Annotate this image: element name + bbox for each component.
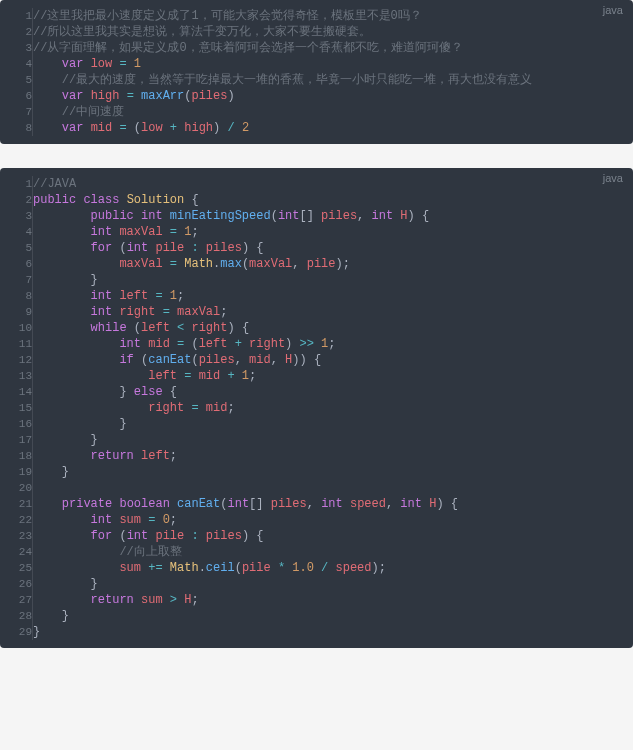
code-line: 9 int right = maxVal;	[0, 304, 633, 320]
line-number: 23	[0, 528, 33, 544]
code-content: int mid = (left + right) >> 1;	[33, 336, 634, 352]
code-content	[33, 480, 634, 496]
code-line: 6 maxVal = Math.max(maxVal, pile);	[0, 256, 633, 272]
line-number: 25	[0, 560, 33, 576]
code-line: 5 //最大的速度，当然等于吃掉最大一堆的香蕉，毕竟一小时只能吃一堆，再大也没有…	[0, 72, 633, 88]
code-content: }	[33, 272, 634, 288]
code-line: 26 }	[0, 576, 633, 592]
code-content: private boolean canEat(int[] piles, int …	[33, 496, 634, 512]
line-number: 6	[0, 256, 33, 272]
line-number: 15	[0, 400, 33, 416]
code-body-1: 1//这里我把最小速度定义成了1，可能大家会觉得奇怪，模板里不是0吗？2//所以…	[0, 8, 633, 136]
code-line: 20	[0, 480, 633, 496]
line-number: 5	[0, 72, 33, 88]
line-number: 6	[0, 88, 33, 104]
line-number: 4	[0, 224, 33, 240]
line-number: 26	[0, 576, 33, 592]
code-line: 5 for (int pile : piles) {	[0, 240, 633, 256]
code-content: maxVal = Math.max(maxVal, pile);	[33, 256, 634, 272]
code-content: int right = maxVal;	[33, 304, 634, 320]
line-number: 3	[0, 40, 33, 56]
code-content: return left;	[33, 448, 634, 464]
code-line: 3 public int minEatingSpeed(int[] piles,…	[0, 208, 633, 224]
code-content: public class Solution {	[33, 192, 634, 208]
code-line: 22 int sum = 0;	[0, 512, 633, 528]
line-number: 4	[0, 56, 33, 72]
line-number: 10	[0, 320, 33, 336]
line-number: 12	[0, 352, 33, 368]
line-number: 2	[0, 24, 33, 40]
code-content: int maxVal = 1;	[33, 224, 634, 240]
code-content: var mid = (low + high) / 2	[33, 120, 634, 136]
line-number: 8	[0, 288, 33, 304]
code-line: 13 left = mid + 1;	[0, 368, 633, 384]
code-line: 18 return left;	[0, 448, 633, 464]
code-content: right = mid;	[33, 400, 634, 416]
code-line: 7 //中间速度	[0, 104, 633, 120]
code-line: 21 private boolean canEat(int[] piles, i…	[0, 496, 633, 512]
code-line: 25 sum += Math.ceil(pile * 1.0 / speed);	[0, 560, 633, 576]
code-content: left = mid + 1;	[33, 368, 634, 384]
code-line: 6 var high = maxArr(piles)	[0, 88, 633, 104]
code-content: int sum = 0;	[33, 512, 634, 528]
code-content: public int minEatingSpeed(int[] piles, i…	[33, 208, 634, 224]
line-number: 28	[0, 608, 33, 624]
line-number: 8	[0, 120, 33, 136]
code-line: 2public class Solution {	[0, 192, 633, 208]
line-number: 1	[0, 8, 33, 24]
code-content: while (left < right) {	[33, 320, 634, 336]
code-line: 27 return sum > H;	[0, 592, 633, 608]
line-number: 24	[0, 544, 33, 560]
line-number: 19	[0, 464, 33, 480]
code-line: 29}	[0, 624, 633, 640]
code-table: 1//这里我把最小速度定义成了1，可能大家会觉得奇怪，模板里不是0吗？2//所以…	[0, 8, 633, 136]
code-content: if (canEat(piles, mid, H)) {	[33, 352, 634, 368]
code-content: //中间速度	[33, 104, 634, 120]
line-number: 17	[0, 432, 33, 448]
code-content: }	[33, 432, 634, 448]
code-body-2: 1//JAVA2public class Solution {3 public …	[0, 176, 633, 640]
code-line: 7 }	[0, 272, 633, 288]
code-line: 19 }	[0, 464, 633, 480]
line-number: 18	[0, 448, 33, 464]
line-number: 2	[0, 192, 33, 208]
code-content: for (int pile : piles) {	[33, 528, 634, 544]
line-number: 16	[0, 416, 33, 432]
code-line: 14 } else {	[0, 384, 633, 400]
language-label: java	[603, 4, 623, 16]
code-line: 11 int mid = (left + right) >> 1;	[0, 336, 633, 352]
code-line: 1//这里我把最小速度定义成了1，可能大家会觉得奇怪，模板里不是0吗？	[0, 8, 633, 24]
line-number: 29	[0, 624, 33, 640]
line-number: 20	[0, 480, 33, 496]
code-content: }	[33, 624, 634, 640]
code-line: 28 }	[0, 608, 633, 624]
code-content: //JAVA	[33, 176, 634, 192]
code-content: }	[33, 416, 634, 432]
code-block-2: java 1//JAVA2public class Solution {3 pu…	[0, 168, 633, 648]
code-content: sum += Math.ceil(pile * 1.0 / speed);	[33, 560, 634, 576]
line-number: 3	[0, 208, 33, 224]
code-line: 10 while (left < right) {	[0, 320, 633, 336]
code-content: var low = 1	[33, 56, 634, 72]
code-line: 16 }	[0, 416, 633, 432]
line-number: 7	[0, 104, 33, 120]
code-content: }	[33, 608, 634, 624]
line-number: 7	[0, 272, 33, 288]
code-line: 2//所以这里我其实是想说，算法千变万化，大家不要生搬硬套。	[0, 24, 633, 40]
code-content: //向上取整	[33, 544, 634, 560]
language-label: java	[603, 172, 623, 184]
line-number: 14	[0, 384, 33, 400]
code-line: 8 var mid = (low + high) / 2	[0, 120, 633, 136]
code-line: 4 var low = 1	[0, 56, 633, 72]
code-content: var high = maxArr(piles)	[33, 88, 634, 104]
code-content: //这里我把最小速度定义成了1，可能大家会觉得奇怪，模板里不是0吗？	[33, 8, 634, 24]
code-content: } else {	[33, 384, 634, 400]
code-line: 4 int maxVal = 1;	[0, 224, 633, 240]
code-content: //最大的速度，当然等于吃掉最大一堆的香蕉，毕竟一小时只能吃一堆，再大也没有意义	[33, 72, 634, 88]
code-content: }	[33, 576, 634, 592]
line-number: 1	[0, 176, 33, 192]
code-content: //从字面理解，如果定义成0，意味着阿珂会选择一个香蕉都不吃，难道阿珂傻？	[33, 40, 634, 56]
code-line: 12 if (canEat(piles, mid, H)) {	[0, 352, 633, 368]
line-number: 21	[0, 496, 33, 512]
code-content: //所以这里我其实是想说，算法千变万化，大家不要生搬硬套。	[33, 24, 634, 40]
